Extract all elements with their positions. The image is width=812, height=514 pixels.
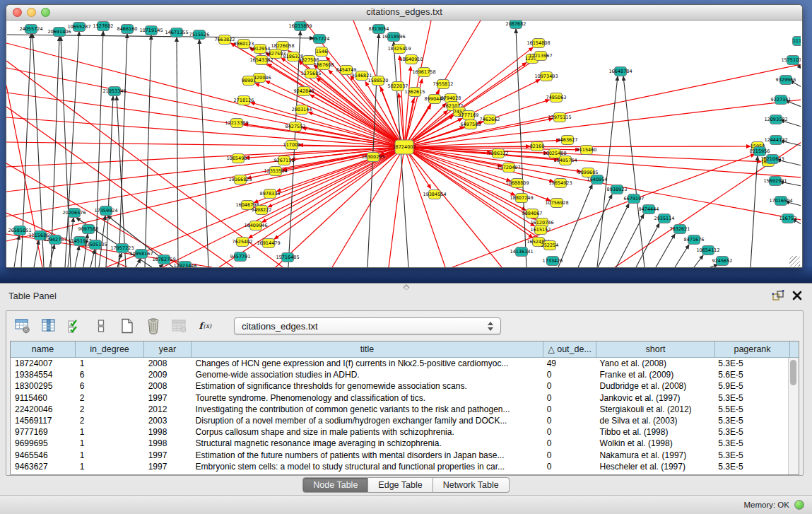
graph-node[interactable]: 117008 <box>283 141 301 150</box>
graph-node[interactable]: 10756928 <box>545 199 568 208</box>
graph-node[interactable]: 15716485 <box>276 253 299 262</box>
table-cell[interactable]: 1997 <box>144 461 192 472</box>
graph-node[interactable]: 21053346 <box>102 87 126 96</box>
graph-node[interactable]: 7485063 <box>546 93 567 103</box>
table-cell[interactable]: 5.3E-5 <box>714 461 789 472</box>
graph-node[interactable]: 9115460 <box>577 146 597 155</box>
tab-node-table[interactable]: Node Table <box>302 477 368 493</box>
column-header-title[interactable]: title <box>192 341 543 357</box>
graph-node[interactable]: 9097588 <box>78 225 99 234</box>
table-settings-icon[interactable] <box>13 317 32 335</box>
graph-node[interactable]: 1640954 <box>587 175 608 185</box>
table-cell[interactable]: 2 <box>76 404 144 415</box>
graph-node[interactable]: 9329965 <box>776 76 796 85</box>
graph-node[interactable]: 9474444 <box>639 205 659 214</box>
table-row[interactable]: 977716911998Corpus callosum shape and si… <box>11 426 789 438</box>
graph-node[interactable]: 8813054 <box>369 25 389 34</box>
table-row[interactable]: 1938455462009Genome-wide association stu… <box>11 369 789 380</box>
zoom-window-icon[interactable] <box>41 8 50 17</box>
table-row[interactable]: 911546021997Tourette syndrome. Phenomeno… <box>11 392 789 404</box>
panel-splitter-handle[interactable] <box>400 284 413 290</box>
graph-node[interactable]: 12213389 <box>225 119 248 128</box>
graph-node[interactable]: 8471676 <box>684 235 705 245</box>
table-cell[interactable]: 2 <box>76 415 144 426</box>
graph-node[interactable]: 8466160 <box>117 25 138 34</box>
graph-node[interactable]: 9267150 <box>274 156 295 165</box>
table-cell[interactable]: 2012 <box>144 404 192 415</box>
table-cell[interactable]: 18724007 <box>11 358 76 369</box>
table-cell[interactable]: 49 <box>543 358 596 369</box>
table-cell[interactable]: 2009 <box>144 369 192 380</box>
graph-node[interactable]: 116753 <box>779 214 797 223</box>
table-cell[interactable]: Wolkin et al. (1998) <box>596 438 714 449</box>
network-window-titlebar[interactable]: citations_edges.txt <box>6 5 802 21</box>
table-cell[interactable]: Stergiakouli et al. (2012) <box>596 404 714 415</box>
graph-node[interactable]: 10654983 <box>226 154 249 163</box>
table-cell[interactable]: Nakamura et al. (1997) <box>596 450 714 461</box>
graph-node[interactable]: 7832621 <box>670 225 690 234</box>
table-cell[interactable]: 9699695 <box>11 438 76 449</box>
column-header-name[interactable]: name <box>11 341 76 357</box>
graph-node[interactable]: 7625402 <box>233 238 253 247</box>
citation-network-graph[interactable]: 1872400776638229860123591295418226058982… <box>6 21 801 267</box>
new-table-icon[interactable] <box>118 317 136 335</box>
graph-node[interactable]: 12923446 <box>173 262 196 268</box>
table-cell[interactable]: 0 <box>543 450 596 461</box>
graph-node[interactable]: 1615152 <box>531 226 551 235</box>
table-scrollbar[interactable] <box>788 358 799 474</box>
table-cell[interactable]: 5.6E-5 <box>714 369 789 380</box>
graph-node[interactable]: 20206576 <box>62 209 86 218</box>
graph-node[interactable]: 9245652 <box>712 257 733 266</box>
tab-edge-table[interactable]: Edge Table <box>368 477 433 493</box>
table-cell[interactable]: 6 <box>76 380 144 392</box>
graph-node[interactable]: 18807249 <box>510 194 533 203</box>
graph-node[interactable]: 13505135 <box>83 240 107 250</box>
graph-node[interactable]: 7986322 <box>488 149 509 158</box>
close-window-icon[interactable] <box>13 8 22 17</box>
graph-node[interactable]: 9498222 <box>252 206 272 215</box>
graph-node[interactable]: 10688809 <box>505 179 529 188</box>
graph-node[interactable]: 14671355 <box>165 28 188 37</box>
table-cell[interactable]: 5.9E-5 <box>714 380 789 392</box>
table-cell[interactable]: 1 <box>76 358 144 369</box>
table-cell[interactable]: de Silva et al. (2003) <box>596 415 714 426</box>
table-cell[interactable]: Estimation of significance thresholds fo… <box>192 380 543 392</box>
memory-status-indicator[interactable] <box>794 500 804 510</box>
table-cell[interactable]: 19384554 <box>11 369 76 380</box>
table-cell[interactable]: 1 <box>76 450 144 461</box>
table-cell[interactable]: Yano et al. (2008) <box>596 358 714 369</box>
table-cell[interactable]: 2003 <box>144 415 192 426</box>
graph-node[interactable]: 8427552 <box>286 122 306 132</box>
table-cell[interactable]: 0 <box>543 438 596 449</box>
table-row[interactable]: 1872400712008Changes of HCN gene express… <box>11 358 789 369</box>
graph-node[interactable]: 1362615 <box>405 88 425 97</box>
graph-node[interactable]: 1112 <box>793 37 801 46</box>
table-cell[interactable]: 0 <box>543 369 596 380</box>
table-cell[interactable]: 9463627 <box>11 461 76 472</box>
table-cell[interactable]: 0 <box>543 415 596 426</box>
graph-node[interactable]: 8978334 <box>260 189 281 199</box>
graph-node[interactable]: 17016504 <box>769 197 792 206</box>
table-cell[interactable]: Disruption of a novel member of a sodium… <box>192 415 543 426</box>
row-height-icon[interactable] <box>92 317 110 335</box>
graph-node[interactable]: 9463627 <box>558 136 578 145</box>
table-cell[interactable]: 2 <box>76 392 144 404</box>
graph-node[interactable]: 10973493 <box>534 72 558 81</box>
table-cell[interactable]: Changes of HCN gene expression and I(f) … <box>192 358 543 369</box>
table-scrollbar-thumb[interactable] <box>790 360 796 385</box>
graph-node[interactable]: 2087682 <box>506 21 526 29</box>
table-cell[interactable]: Tibbo et al. (1998) <box>596 426 714 438</box>
table-cell[interactable]: 5.3E-5 <box>714 450 789 461</box>
column-header-out_de[interactable]: △ out_de... <box>543 341 596 357</box>
graph-node[interactable]: 8938923 <box>607 185 628 194</box>
column-header-year[interactable]: year <box>144 341 192 357</box>
table-cell[interactable]: 2008 <box>144 358 192 369</box>
table-cell[interactable]: 5.3E-5 <box>714 426 789 438</box>
graph-node[interactable]: 24055724 <box>19 25 42 34</box>
table-row[interactable]: 946554611997Estimation of the future num… <box>11 450 789 461</box>
graph-node[interactable]: 16648784 <box>608 67 632 76</box>
graph-node[interactable]: 7515526 <box>189 30 210 40</box>
tab-network-table[interactable]: Network Table <box>433 477 510 493</box>
graph-node[interactable]: 18640910 <box>399 55 423 64</box>
graph-node[interactable]: 19384554 <box>423 190 446 199</box>
